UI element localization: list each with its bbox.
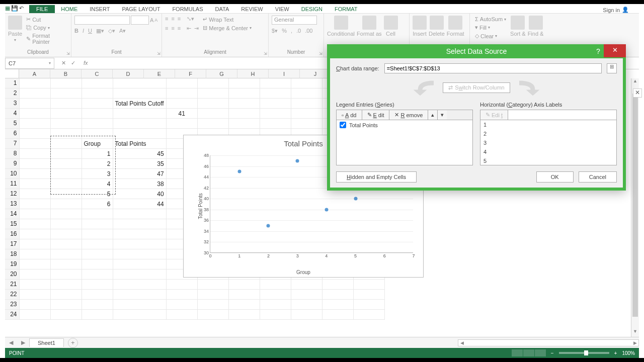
cell[interactable] xyxy=(50,169,82,179)
conditional-formatting-button[interactable]: Conditional xyxy=(327,16,355,37)
cell[interactable] xyxy=(19,109,50,119)
fill-button[interactable]: ▾Fill▾ xyxy=(473,24,508,31)
data-point[interactable] xyxy=(354,197,357,201)
cell[interactable]: Group xyxy=(82,139,113,149)
cell[interactable] xyxy=(197,310,228,320)
cell[interactable] xyxy=(19,310,50,320)
select-all-triangle[interactable] xyxy=(5,69,19,78)
format-cells-button[interactable]: Format xyxy=(447,16,464,37)
category-list-item[interactable]: 1 xyxy=(480,120,616,129)
cell[interactable] xyxy=(82,249,113,259)
hidden-empty-cells-button[interactable]: Hidden and Empty Cells xyxy=(336,171,417,183)
cut-button[interactable]: ✂Cut xyxy=(24,16,68,23)
chart-data-range-input[interactable] xyxy=(384,63,602,73)
cell[interactable] xyxy=(113,78,166,88)
row-header-7[interactable]: 7 xyxy=(5,139,19,149)
cell[interactable] xyxy=(291,310,322,320)
cell[interactable] xyxy=(166,88,197,99)
cell[interactable] xyxy=(113,249,166,259)
enter-formula-icon[interactable]: ✓ xyxy=(71,60,75,66)
row-header-13[interactable]: 13 xyxy=(5,199,19,209)
wrap-text-button[interactable]: ↵Wrap Text xyxy=(201,16,254,23)
axis-edit-button[interactable]: ✎Edit xyxy=(480,110,508,120)
col-header-I[interactable]: I xyxy=(269,69,300,78)
col-header-C[interactable]: C xyxy=(82,69,113,78)
zoom-level[interactable]: 100% xyxy=(622,350,635,356)
cell[interactable] xyxy=(291,109,322,119)
cell[interactable] xyxy=(50,249,82,259)
row-header-16[interactable]: 16 xyxy=(5,229,19,239)
cell[interactable] xyxy=(113,280,166,290)
cell[interactable] xyxy=(50,219,82,229)
dialog-help-button[interactable]: ? xyxy=(592,47,605,55)
cell[interactable] xyxy=(228,290,260,300)
tab-formulas[interactable]: FORMULAS xyxy=(166,5,209,13)
cell[interactable] xyxy=(322,280,353,290)
cell[interactable] xyxy=(166,290,197,300)
cell[interactable] xyxy=(19,149,50,159)
row-header-12[interactable]: 12 xyxy=(5,189,19,199)
cell[interactable] xyxy=(197,290,228,300)
cell[interactable]: 45 xyxy=(113,149,166,159)
row-header-20[interactable]: 20 xyxy=(5,269,19,280)
cell[interactable] xyxy=(82,269,113,280)
tab-format[interactable]: FORMAT xyxy=(329,5,364,13)
add-sheet-button[interactable]: + xyxy=(68,338,78,348)
save-icon[interactable]: 💾 xyxy=(11,5,18,12)
launcher-icon[interactable]: ⇲ xyxy=(66,51,70,56)
number-format-combo[interactable]: General xyxy=(272,16,317,25)
cell[interactable] xyxy=(82,78,113,88)
cell[interactable] xyxy=(166,119,197,129)
sort-filter-button[interactable]: Sort & xyxy=(510,16,526,37)
series-edit-button[interactable]: ✎Edit xyxy=(362,110,390,120)
paste-icon[interactable] xyxy=(8,16,22,30)
cell[interactable] xyxy=(19,99,50,109)
cell[interactable] xyxy=(166,78,197,88)
tab-home[interactable]: HOME xyxy=(55,5,84,13)
cell[interactable] xyxy=(50,88,82,99)
normal-view-icon[interactable] xyxy=(512,349,523,356)
row-header-10[interactable]: 10 xyxy=(5,169,19,179)
cell[interactable]: 47 xyxy=(113,169,166,179)
series-move-down-button[interactable]: ▾ xyxy=(438,110,447,120)
font-name-combo[interactable] xyxy=(74,16,130,25)
cell[interactable]: 4 xyxy=(82,179,113,189)
data-point[interactable] xyxy=(237,170,241,173)
cell[interactable] xyxy=(19,189,50,199)
cell[interactable] xyxy=(291,99,322,109)
category-list-item[interactable]: 2 xyxy=(480,129,616,138)
cell[interactable] xyxy=(228,310,260,320)
cell[interactable]: 3 xyxy=(82,169,113,179)
series-add-button[interactable]: ▫Add xyxy=(337,110,362,120)
cell[interactable] xyxy=(113,290,166,300)
cell[interactable] xyxy=(228,99,260,109)
cell[interactable] xyxy=(113,219,166,229)
cell[interactable] xyxy=(260,310,291,320)
cell[interactable] xyxy=(291,119,322,129)
cell[interactable]: 38 xyxy=(113,179,166,189)
cell[interactable] xyxy=(19,139,50,149)
format-as-table-button[interactable]: Format as xyxy=(357,16,382,37)
row-header-23[interactable]: 23 xyxy=(5,300,19,310)
category-list-item[interactable]: 5 xyxy=(480,156,616,165)
cell[interactable] xyxy=(353,300,384,310)
series-list-item[interactable]: Total Points xyxy=(337,120,472,130)
cell[interactable] xyxy=(260,99,291,109)
row-header-5[interactable]: 5 xyxy=(5,119,19,129)
data-point[interactable] xyxy=(267,224,270,228)
cell[interactable] xyxy=(197,300,228,310)
series-move-up-button[interactable]: ▴ xyxy=(428,110,438,120)
cell[interactable] xyxy=(353,280,384,290)
cell[interactable] xyxy=(19,199,50,209)
dialog-title-bar[interactable]: Select Data Source ? ✕ xyxy=(330,47,623,58)
cell[interactable] xyxy=(82,209,113,219)
cell[interactable] xyxy=(82,239,113,249)
cell[interactable] xyxy=(113,269,166,280)
cell[interactable] xyxy=(353,310,384,320)
cell[interactable] xyxy=(50,78,82,88)
data-point[interactable] xyxy=(325,208,328,211)
cell[interactable] xyxy=(82,310,113,320)
cell[interactable] xyxy=(322,310,353,320)
cell[interactable] xyxy=(228,280,260,290)
cell[interactable] xyxy=(82,119,113,129)
